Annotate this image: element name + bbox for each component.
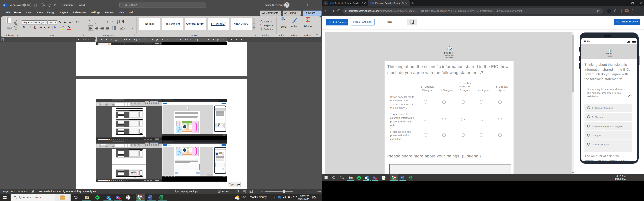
svg-text:XM: XM (330, 2, 334, 4)
svg-text:Z: Z (117, 22, 118, 24)
svg-text:W: W (148, 197, 150, 199)
svg-text:i: i (101, 21, 102, 23)
svg-text:a: a (100, 20, 101, 21)
svg-text:A: A (117, 20, 118, 22)
svg-text:W: W (401, 177, 402, 179)
svg-text:c: c (261, 25, 262, 27)
svg-text:NEW: NEW (109, 199, 111, 200)
svg-text:W: W (4, 4, 5, 6)
svg-text:b: b (260, 24, 261, 26)
svg-text:NEW: NEW (367, 179, 369, 180)
svg-text:XM: XM (370, 2, 374, 4)
svg-text:X: X (409, 177, 410, 179)
svg-text:X: X (159, 197, 160, 199)
svg-text:T: T (374, 177, 375, 179)
svg-text:3: 3 (95, 23, 96, 24)
svg-text:22: 22 (314, 198, 316, 199)
svg-text:T: T (117, 196, 118, 199)
svg-text:1: 1 (95, 20, 96, 21)
svg-text:i: i (280, 197, 280, 199)
svg-text:PACIFIC: PACIFIC (187, 109, 189, 110)
svg-text:2: 2 (95, 21, 96, 23)
